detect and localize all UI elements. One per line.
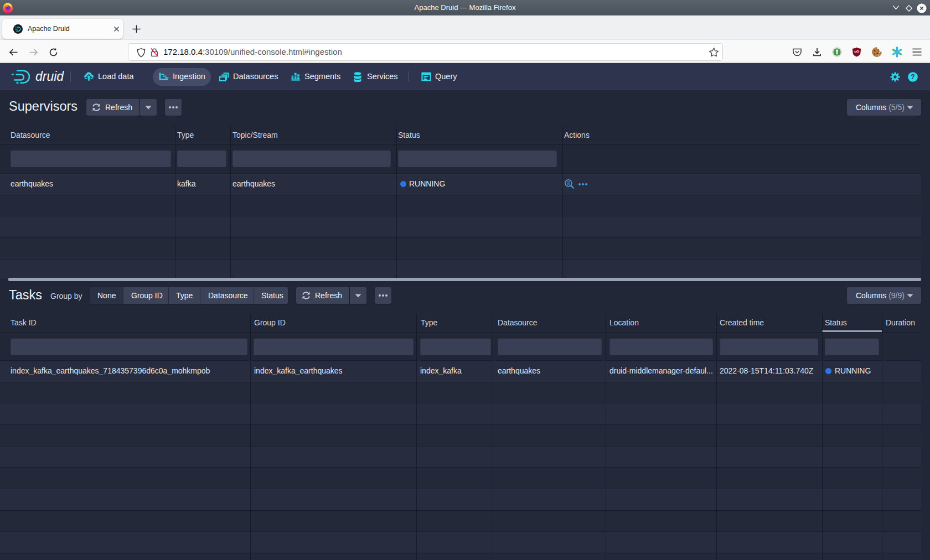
svg-text:uO: uO <box>854 50 859 53</box>
svg-text:?: ? <box>911 73 914 81</box>
